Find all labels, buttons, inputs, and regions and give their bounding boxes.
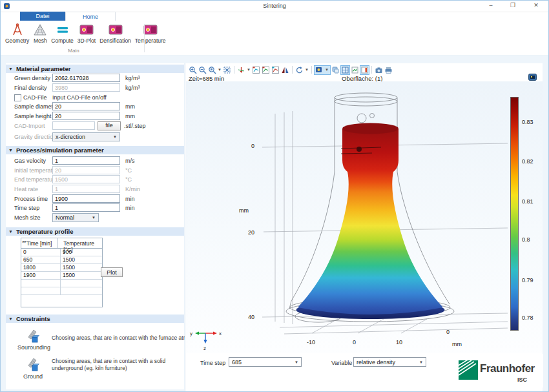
chevron-down-icon[interactable]: ▼ — [246, 68, 251, 72]
gravity-direction-select[interactable]: x-dicrection ▼ — [52, 132, 120, 141]
densification-button[interactable]: Densification — [98, 23, 133, 44]
collapse-icon: ▼ — [8, 229, 13, 234]
file-button[interactable]: file — [98, 121, 121, 130]
environment-icon[interactable] — [350, 65, 360, 75]
toolbar-separator — [234, 66, 234, 74]
section-temperature-profile[interactable]: ▼ Temperature profile — [6, 227, 184, 236]
zoom-extents-icon[interactable] — [222, 65, 232, 75]
table-cell[interactable]: 1900 — [21, 272, 61, 279]
color-legend-toggle-icon[interactable] — [360, 65, 369, 75]
triad-z-label: z — [203, 346, 206, 351]
fraunhofer-wordmark: Fraunhofer — [480, 362, 535, 375]
sample-top-face — [342, 123, 399, 134]
y-axis-tick: 40 — [248, 314, 254, 320]
table-cell[interactable] — [61, 287, 63, 294]
default-view-icon[interactable] — [236, 65, 246, 75]
table-row[interactable]: 6501500 — [21, 256, 102, 264]
wireframe-toggle-icon[interactable] — [340, 65, 350, 75]
rotate-icon[interactable] — [295, 65, 304, 75]
zoom-out-icon[interactable] — [198, 65, 207, 75]
ribbon-separator — [144, 24, 145, 52]
geometry-button[interactable]: Geometry — [3, 23, 31, 44]
final-density-input — [52, 83, 120, 92]
param-row-final-density: Final density kg/m³ — [6, 83, 184, 92]
table-cell[interactable] — [61, 280, 63, 287]
surrounding-selection-icon[interactable] — [25, 328, 41, 344]
field-label: Heat rate — [14, 186, 38, 192]
table-row[interactable]: 0900 — [21, 249, 102, 256]
transparency-icon[interactable] — [331, 65, 340, 75]
view-xy-icon[interactable] — [251, 65, 261, 75]
time-step-input[interactable] — [52, 203, 120, 212]
close-button[interactable]: ✕ — [529, 2, 543, 8]
mirror-icon[interactable] — [280, 65, 290, 75]
table-cell[interactable]: 1500 — [61, 256, 75, 263]
field-label: Sample diameter — [14, 103, 58, 110]
table-cell[interactable]: 1500 — [61, 272, 75, 279]
param-row-process-time: Process time min — [6, 194, 184, 203]
content-area: ▼ Material parameter Green density kg/m³… — [1, 56, 548, 392]
chevron-down-icon[interactable]: ▼ — [217, 68, 222, 72]
temperature-profile-table[interactable]: ▸▸ Time [min] Temperature [°C] 0900 6501… — [21, 238, 103, 307]
sample-diameter-input[interactable] — [52, 102, 120, 110]
popout-plot-icon[interactable] — [528, 74, 537, 81]
param-row-gas-velocity: Gas velocity m/s — [6, 156, 184, 165]
time-step-label: Time step — [200, 360, 225, 366]
green-density-input[interactable] — [52, 74, 120, 82]
section-process-parameter[interactable]: ▼ Process/simulation parameter — [6, 146, 184, 154]
snapshot-icon[interactable] — [374, 65, 384, 75]
gas-velocity-input[interactable] — [52, 156, 120, 165]
ground-selection-icon[interactable] — [25, 356, 41, 372]
maximize-button[interactable]: ❐ — [506, 2, 520, 8]
tab-datei[interactable]: Datei — [20, 12, 65, 21]
variable-select[interactable]: relative density ▼ — [353, 357, 426, 367]
table-cell[interactable]: 650 — [21, 256, 61, 263]
param-row-cad-file: CAD-File Input CAD-File on/off — [6, 93, 184, 102]
mesh-size-select[interactable]: Normal ▼ — [52, 213, 99, 222]
minimize-button[interactable]: – — [484, 2, 498, 8]
cad-file-hint: Input CAD-File on/off — [52, 94, 107, 101]
print-icon[interactable] — [384, 65, 393, 75]
table-cell[interactable]: 1500 — [61, 264, 75, 271]
graphics-area: ▼ ▼ ▼ ▼ — [185, 63, 543, 392]
color-legend-tick: 0.78 — [522, 315, 533, 321]
view-xz-icon[interactable] — [271, 65, 280, 75]
table-cell[interactable]: 1800 — [21, 264, 61, 271]
view-yz-icon[interactable] — [261, 65, 271, 75]
ground-label[interactable]: Ground — [17, 373, 48, 380]
chevron-down-icon[interactable]: ▼ — [304, 68, 309, 72]
plot-button[interactable]: Plot — [101, 267, 123, 277]
compute-button[interactable]: Compute — [49, 23, 76, 44]
scene-light-combo[interactable]: ▼ — [314, 65, 331, 75]
plot-3d-figure: 0 mm 20 40 -10 0 10 mm 0 — [186, 81, 522, 353]
process-time-input[interactable] — [52, 194, 120, 203]
zoom-box-icon[interactable] — [207, 65, 217, 75]
color-legend-tick: 0.81 — [522, 198, 533, 205]
temperature-button[interactable]: Temperature — [133, 23, 168, 44]
table-row[interactable]: 18001500 — [21, 264, 102, 272]
param-row-sample-diameter: Sample diameter mm — [6, 102, 184, 111]
surrounding-label[interactable]: Sourounding — [17, 344, 48, 351]
table-row[interactable] — [21, 280, 102, 287]
table-row[interactable] — [21, 287, 102, 295]
table-row[interactable]: 19001500 — [21, 272, 102, 280]
plot-canvas[interactable]: 0 mm 20 40 -10 0 10 mm 0 — [186, 81, 543, 353]
field-label: Gravity direction — [14, 134, 56, 140]
table-cell[interactable]: 0 — [21, 249, 61, 256]
section-material-parameter[interactable]: ▼ Material parameter — [6, 65, 184, 73]
section-constraints[interactable]: ▼ Constraints — [6, 315, 184, 323]
sample-height-input[interactable] — [52, 112, 120, 120]
color-legend-tick: 0.82 — [522, 158, 533, 165]
time-step-select[interactable]: 685 ▼ — [229, 357, 302, 367]
mesh-button[interactable]: Mesh — [31, 23, 49, 44]
table-cell[interactable] — [21, 287, 61, 294]
param-row-initial-temperature: Initial temperature °C — [6, 166, 184, 175]
plot3d-button[interactable]: 3D-Plot — [76, 23, 98, 44]
unit-label: m/s — [125, 158, 135, 164]
table-cell[interactable] — [21, 280, 61, 287]
heat-rate-input — [52, 185, 120, 193]
x2-axis-tick: 0 — [446, 329, 450, 335]
zoom-in-icon[interactable] — [188, 65, 198, 75]
cad-file-checkbox[interactable] — [14, 94, 21, 101]
tab-home[interactable]: Home — [65, 12, 116, 21]
